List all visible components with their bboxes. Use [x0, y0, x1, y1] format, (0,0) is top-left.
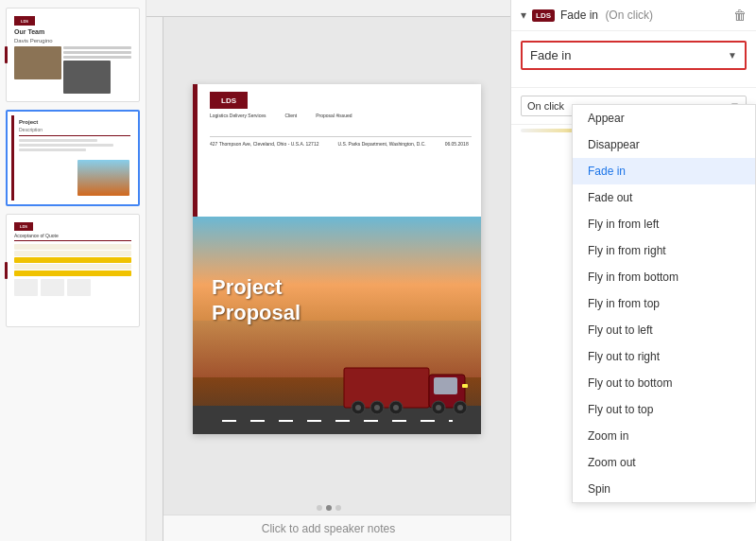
option-fly-in-bottom[interactable]: Fly in from bottom	[573, 264, 755, 290]
chevron-down-icon[interactable]: ▾	[521, 9, 526, 22]
main-layout: LDS Our Team Davis Perugino	[0, 0, 756, 541]
thumbnail-slide-3[interactable]: LDS Acceptance of Quote	[6, 214, 140, 327]
svg-rect-13	[462, 384, 468, 388]
thumb1-line3	[63, 56, 131, 59]
thumb3-inner: LDS Acceptance of Quote	[10, 218, 135, 323]
svg-point-6	[374, 405, 380, 410]
dot-2	[326, 505, 332, 511]
thumb2-inner: Project Description	[11, 115, 134, 201]
option-fade-in[interactable]: Fade in	[573, 158, 755, 184]
thumbnail-slide-1[interactable]: LDS Our Team Davis Perugino	[6, 8, 140, 102]
slide-header: LDS Logistics Delivery Services Client P…	[210, 92, 472, 118]
thumb1-img1	[14, 46, 61, 79]
option-disappear[interactable]: Disappear	[573, 131, 755, 158]
thumb2-line2	[19, 144, 113, 147]
dot-1	[317, 505, 322, 511]
road-line	[222, 420, 453, 422]
slide-text-overlay: Project Proposal	[212, 275, 301, 325]
option-fly-out-top[interactable]: Fly out to top	[573, 396, 755, 423]
thumb2-image	[77, 160, 129, 196]
thumb3-title: Acceptance of Quote	[14, 233, 131, 238]
option-fly-in-top[interactable]: Fly in from top	[573, 290, 755, 317]
thumb1-text-lines	[63, 46, 131, 94]
thumb1-subtitle: Davis Perugino	[14, 38, 131, 44]
thumbnails-panel: LDS Our Team Davis Perugino	[0, 0, 146, 541]
right-panel: ▾ LDS Fade in (On click) 🗑 Fade in ▼ App…	[510, 0, 756, 541]
truck-svg	[339, 354, 472, 420]
svg-point-4	[355, 405, 361, 410]
option-zoom-out[interactable]: Zoom out	[573, 449, 755, 476]
thumb2-line3	[19, 148, 86, 151]
thumb3-item2	[41, 279, 64, 296]
slide-meta-row: Logistics Delivery Services Client Propo…	[210, 113, 472, 118]
thumb3-item1	[14, 279, 38, 296]
thumb2-leftbar	[11, 115, 14, 201]
slide-meta-below: 427 Thompson Ave, Cleveland, Ohio - U.S.…	[210, 141, 472, 147]
dot-3	[335, 505, 341, 511]
thumb2-content: Project Description	[11, 115, 134, 155]
thumb1-line1	[63, 46, 131, 49]
thumb2-title: Project	[19, 119, 130, 125]
option-fly-in-left[interactable]: Fly in from left	[573, 211, 755, 237]
thumb2-line1	[19, 139, 97, 142]
option-spin[interactable]: Spin	[573, 476, 755, 502]
svg-rect-2	[434, 377, 457, 394]
animation-type-dropdown[interactable]: Fade in ▼	[521, 41, 747, 70]
slide-notes[interactable]: Click to add speaker notes	[146, 515, 510, 541]
svg-point-8	[393, 405, 399, 410]
anim-logo-badge: LDS	[532, 9, 555, 22]
thumb1-img2	[63, 61, 111, 94]
thumb3-table	[14, 244, 131, 276]
thumb1-logo: LDS	[14, 16, 35, 26]
option-fly-out-right[interactable]: Fly out to right	[573, 343, 755, 370]
thumb2-divider	[19, 135, 130, 136]
slide-area: LDS Logistics Delivery Services Client P…	[146, 0, 510, 541]
ruler-top	[146, 0, 510, 17]
thumb3-row3	[14, 257, 131, 263]
thumb1-line2	[63, 51, 131, 54]
slide-dots	[146, 501, 510, 515]
option-appear[interactable]: Appear	[573, 105, 755, 131]
delete-animation-button[interactable]: 🗑	[733, 8, 747, 23]
thumb2-subtitle: Description	[19, 127, 130, 132]
animation-controls: Fade in ▼	[511, 31, 756, 88]
animation-header: ▾ LDS Fade in (On click) 🗑	[511, 0, 756, 31]
slide-indicator-3	[5, 262, 8, 279]
truck	[339, 354, 472, 420]
thumb3-row2	[14, 251, 131, 256]
svg-point-12	[457, 405, 463, 410]
thumb3-row5	[14, 270, 131, 276]
slide-logo: LDS	[210, 92, 248, 109]
thumb1-title: Our Team	[14, 28, 131, 35]
thumb3-bottom	[14, 279, 131, 296]
ruler-left	[146, 17, 163, 501]
option-zoom-in[interactable]: Zoom in	[573, 423, 755, 449]
slide-main[interactable]: LDS Logistics Delivery Services Client P…	[193, 84, 481, 434]
svg-point-10	[436, 405, 441, 410]
slide-indicator-1	[5, 46, 8, 63]
animation-name-label: Fade in (On click)	[560, 9, 728, 22]
option-fade-out[interactable]: Fade out	[573, 184, 755, 211]
thumb1-inner: LDS Our Team Davis Perugino	[10, 12, 135, 97]
slide-area-inner: LDS Logistics Delivery Services Client P…	[146, 17, 510, 501]
slide-divider-top	[210, 136, 472, 137]
option-fly-out-left[interactable]: Fly out to left	[573, 317, 755, 343]
thumb3-divider	[14, 240, 131, 241]
animation-dropdown-menu: Appear Disappear Fade in Fade out Fly in…	[572, 104, 756, 503]
thumb3-item3	[67, 279, 91, 296]
thumb3-row1	[14, 244, 131, 250]
slide-container[interactable]: LDS Logistics Delivery Services Client P…	[146, 17, 510, 501]
slide-image: Project Proposal	[193, 217, 481, 434]
option-fly-out-bottom[interactable]: Fly out to bottom	[573, 370, 755, 396]
thumb3-logo: LDS	[14, 222, 33, 231]
dropdown-arrow-icon: ▼	[728, 50, 737, 61]
option-fly-in-right[interactable]: Fly in from right	[573, 237, 755, 264]
thumb2-lines	[19, 139, 130, 151]
thumbnail-slide-2[interactable]: Project Description	[6, 110, 140, 206]
thumb3-row4	[14, 264, 131, 270]
